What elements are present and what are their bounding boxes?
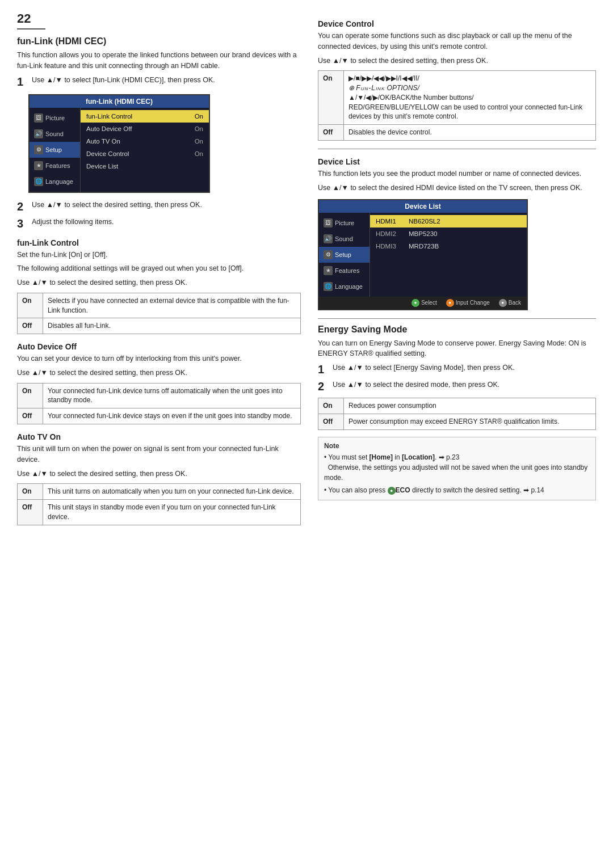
auto-tv-on-off-text: This unit stays in standby mode even if … [43, 500, 301, 525]
menu-item-auto-device-off: Auto Device Off On [81, 123, 209, 135]
dl-sidebar-language: 🌐 Language [319, 279, 370, 294]
auto-tv-on-table: On This unit turns on automatically when… [17, 483, 301, 525]
sidebar-language-label: Language [45, 178, 73, 185]
fun-link-hdmi-cec-title: fun-Link (HDMI CEC) [17, 36, 301, 47]
energy-step-2-number: 2 [318, 380, 328, 393]
table-row: Off Disables all fun-Link. [18, 318, 301, 334]
table-row: Off This unit stays in standby mode even… [18, 500, 301, 525]
fun-link-control-table: On Selects if you have connected an exte… [17, 293, 301, 334]
fun-link-intro: This function allows you to operate the … [17, 50, 301, 71]
device-list-desc: This function lets you see the product m… [318, 168, 596, 179]
sidebar-features: ★ Features [30, 158, 80, 174]
menu-title: fun-Link (HDMI CEC) [30, 95, 209, 108]
table-row: On Reduces power consumption [318, 398, 596, 414]
dl-sidebar-sound-label: Sound [335, 235, 353, 242]
device-control-table: On ▶/■/▶▶/◀◀/▶▶I/I◀◀/II/ ⊕ Fun-Link OPTI… [318, 70, 596, 141]
dl-sidebar-picture-label: Picture [335, 220, 354, 226]
hdmi2-label: HDMI2 [376, 230, 404, 237]
hdmi1-label: HDMI1 [376, 218, 404, 225]
fun-link-menu-mockup: fun-Link (HDMI CEC) 🖼 Picture 🔊 Sound ⚙ … [28, 94, 210, 193]
footer-back-btn: ● Back [499, 299, 521, 307]
menu-item-funlink-control-label: fun-Link Control [86, 113, 132, 120]
menu-item-auto-tv-on-label: Auto TV On [86, 138, 120, 145]
table-row: Off Power consumption may exceed ENERGY … [318, 414, 596, 429]
fun-link-off-label: Off [18, 318, 43, 334]
sidebar-setup-label: Setup [45, 146, 62, 153]
menu-item-auto-tv-on-value: On [195, 138, 203, 145]
energy-on-text: Reduces power consumption [344, 398, 596, 414]
fun-link-on-text: Selects if you have connected an externa… [43, 293, 301, 318]
energy-saving-title: Energy Saving Mode [318, 325, 596, 335]
device-control-off-text: Disables the device control. [344, 125, 596, 141]
device-control-off-label: Off [318, 125, 344, 141]
step-3-number: 3 [17, 217, 27, 230]
auto-tv-on-on-label: On [18, 484, 43, 500]
table-row: Off Disables the device control. [318, 125, 596, 141]
language-icon: 🌐 [34, 177, 43, 186]
device-list-title: Device List [318, 157, 596, 166]
menu-item-device-list-label: Device List [86, 163, 118, 170]
device-control-use: Use ▲/▼ to select the desired setting, t… [318, 56, 596, 66]
right-column: Device Control You can operate some func… [318, 11, 596, 857]
step-1: 1 Use ▲/▼ to select [fun-Link (HDMI CEC)… [17, 75, 301, 89]
device-control-on-line3: ▲/▼/◀/▶/OK/BACK/the Number buttons/ [349, 94, 474, 102]
device-list-content: HDMI1 NB620SL2 HDMI2 MBP5230 HDMI3 MRD72… [370, 213, 527, 297]
dl-sidebar-features: ★ Features [319, 263, 370, 279]
setup-icon: ⚙ [34, 145, 43, 154]
note-bullet-1: • You must set [Home] in [Location]. ➡ p… [324, 452, 590, 483]
step-2: 2 Use ▲/▼ to select the desired setting,… [17, 200, 301, 213]
fun-link-on-label: On [18, 293, 43, 318]
hdmi1-device: NB620SL2 [409, 218, 440, 225]
input-change-btn-circle: ● [446, 299, 454, 307]
dl-features-icon: ★ [324, 266, 333, 275]
step-3-text: Adjust the following items. [32, 217, 114, 227]
sound-icon: 🔊 [34, 129, 43, 138]
auto-device-off-desc: You can set your device to turn off by i… [17, 353, 301, 364]
device-control-desc: You can operate some functions such as d… [318, 31, 596, 52]
device-list-sidebar: 🖼 Picture 🔊 Sound ⚙ Setup ★ Features [319, 213, 370, 297]
menu-item-device-list: Device List [81, 160, 209, 172]
dl-language-icon: 🌐 [324, 282, 333, 291]
auto-device-off-use: Use ▲/▼ to select the desired setting, t… [17, 368, 301, 378]
step-1-text: Use ▲/▼ to select [fun-Link (HDMI CEC)],… [32, 75, 215, 86]
auto-device-off-on-label: On [18, 383, 43, 408]
fun-link-control-desc2: The following additional settings will b… [17, 263, 301, 274]
step-3: 3 Adjust the following items. [17, 217, 301, 230]
auto-tv-on-desc: This unit will turn on when the power on… [17, 444, 301, 465]
dl-sidebar-setup: ⚙ Setup [319, 247, 370, 263]
energy-step-1: 1 Use ▲/▼ to select [Energy Saving Mode]… [318, 363, 596, 376]
energy-step-2-text: Use ▲/▼ to select the desired mode, then… [333, 380, 499, 390]
dl-sound-icon: 🔊 [324, 234, 333, 243]
dl-sidebar-sound: 🔊 Sound [319, 231, 370, 247]
device-list-footer: ● Select ● Input Change ● Back [319, 297, 527, 309]
back-btn-circle: ● [499, 299, 507, 307]
auto-device-off-off-label: Off [18, 408, 43, 424]
energy-saving-desc: You can turn on Energy Saving Mode to co… [318, 338, 596, 360]
dl-sidebar-setup-label: Setup [335, 251, 351, 258]
left-column: 22 fun-Link (HDMI CEC) This function all… [17, 11, 301, 857]
device-control-title: Device Control [318, 19, 596, 28]
picture-icon: 🖼 [34, 113, 43, 123]
sidebar-picture-label: Picture [45, 115, 65, 121]
divider-2 [318, 318, 596, 319]
device-list-body: 🖼 Picture 🔊 Sound ⚙ Setup ★ Features [319, 213, 527, 297]
dl-sidebar-picture: 🖼 Picture [319, 215, 370, 231]
back-btn-label: Back [509, 300, 521, 306]
auto-tv-on-off-label: Off [18, 500, 43, 525]
input-change-btn-label: Input Change [456, 300, 490, 306]
device-control-on-line1: ▶/■/▶▶/◀◀/▶▶I/I◀◀/II/ [349, 74, 419, 82]
device-control-on-line4: RED/GREEN/BLUE/YELLOW can be used to con… [349, 103, 582, 121]
table-row: On Selects if you have connected an exte… [18, 293, 301, 318]
menu-item-auto-device-off-value: On [195, 125, 203, 132]
menu-item-auto-device-off-label: Auto Device Off [86, 125, 132, 132]
dl-sidebar-features-label: Features [335, 267, 359, 274]
energy-step-2: 2 Use ▲/▼ to select the desired mode, th… [318, 380, 596, 393]
device-list-use: Use ▲/▼ to select the desired HDMI devic… [318, 183, 596, 193]
dl-picture-icon: 🖼 [324, 218, 333, 227]
menu-sidebar: 🖼 Picture 🔊 Sound ⚙ Setup ★ Features [30, 108, 81, 192]
fun-link-off-text: Disables all fun-Link. [43, 318, 301, 334]
auto-tv-on-use: Use ▲/▼ to select the desired setting, t… [17, 469, 301, 479]
menu-item-auto-tv-on: Auto TV On On [81, 135, 209, 148]
device-list-hdmi1-row: HDMI1 NB620SL2 [370, 215, 527, 227]
energy-step-1-text: Use ▲/▼ to select [Energy Saving Mode], … [333, 363, 515, 373]
